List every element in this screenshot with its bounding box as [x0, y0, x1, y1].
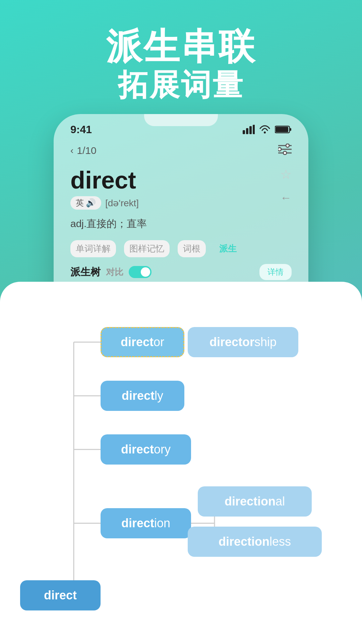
tab-derivative[interactable]: 派生: [214, 240, 242, 257]
nav-row: ‹ 1/10: [54, 138, 308, 158]
node-direct-text: direct: [44, 588, 77, 602]
signal-icon: [243, 125, 255, 134]
tab-bar: 单词详解 图样记忆 词根 派生: [54, 231, 308, 257]
hero-line2: 拓展词量: [0, 67, 362, 103]
compare-label: 对比: [106, 266, 123, 278]
page-counter: 1/10: [77, 145, 96, 156]
node-director-text: director: [121, 335, 164, 349]
word-meaning: adj.直接的；直率: [70, 217, 292, 231]
node-directory-text: directory: [121, 442, 171, 457]
detail-button[interactable]: 详情: [259, 264, 292, 280]
back-chevron-icon[interactable]: ‹: [70, 145, 73, 156]
node-directly[interactable]: directly: [101, 381, 184, 411]
svg-rect-6: [276, 127, 288, 132]
node-direction-text: direction: [121, 516, 170, 530]
node-directorship-text: directorship: [209, 335, 277, 349]
hero-section: 派生串联 拓展词量: [0, 0, 362, 116]
toggle-knob: [141, 267, 150, 277]
compare-toggle[interactable]: [129, 266, 152, 278]
svg-rect-2: [249, 126, 252, 134]
tree-canvas: direct director directorship directly di…: [0, 282, 362, 644]
node-directional-text: directional: [225, 494, 285, 508]
svg-point-11: [286, 144, 289, 147]
tab-word-detail[interactable]: 单词详解: [70, 240, 116, 257]
sound-icon[interactable]: 🔊: [86, 198, 96, 208]
status-icons: [243, 125, 292, 134]
svg-point-13: [283, 151, 287, 155]
node-directly-text: directly: [122, 389, 163, 403]
svg-point-4: [264, 131, 266, 133]
phone-notch: [144, 114, 218, 126]
tree-header: 派生树 对比 详情: [54, 257, 308, 280]
status-time: 9:41: [70, 123, 92, 136]
phonetic-text: [də'rekt]: [105, 198, 139, 209]
word-title: direct: [70, 167, 292, 194]
svg-rect-0: [243, 130, 245, 134]
svg-rect-3: [253, 125, 255, 134]
word-section: direct 英 🔊 [də'rekt] adj.直接的；直率 ☆ ←: [54, 158, 308, 231]
tab-image-memory[interactable]: 图样记忆: [124, 240, 170, 257]
hero-line1: 派生串联: [0, 27, 362, 67]
node-directionless[interactable]: directionless: [188, 527, 322, 557]
back-arrow-icon[interactable]: ←: [280, 191, 292, 204]
tree-title: 派生树: [70, 265, 101, 279]
node-directionless-text: directionless: [219, 535, 291, 549]
svg-point-12: [278, 148, 281, 151]
node-director[interactable]: director: [101, 327, 184, 357]
tree-label: 派生树 对比: [70, 265, 152, 279]
svg-rect-7: [290, 128, 291, 131]
node-directorship[interactable]: directorship: [188, 327, 298, 357]
battery-icon: [275, 125, 292, 134]
node-direction[interactable]: direction: [101, 508, 191, 538]
wifi-icon: [259, 125, 271, 134]
node-directory[interactable]: directory: [101, 434, 191, 465]
node-directional[interactable]: directional: [198, 486, 312, 517]
favorite-star-icon[interactable]: ☆: [280, 167, 292, 182]
lang-label: 英: [76, 198, 84, 208]
lang-badge[interactable]: 英 🔊: [70, 196, 101, 210]
filter-icon[interactable]: [278, 144, 292, 158]
nav-back-area[interactable]: ‹ 1/10: [70, 145, 97, 156]
word-tree-card: direct director directorship directly di…: [0, 282, 362, 644]
node-direct[interactable]: direct: [20, 580, 101, 610]
svg-rect-1: [246, 128, 248, 134]
word-phonetic-row: 英 🔊 [də'rekt]: [70, 196, 292, 210]
tab-root[interactable]: 词根: [178, 240, 206, 257]
